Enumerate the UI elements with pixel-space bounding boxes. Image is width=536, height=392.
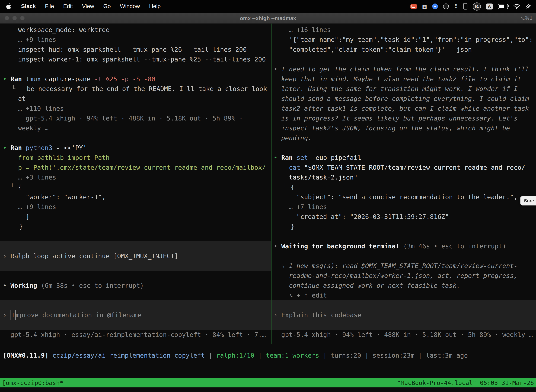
- omx-status-line: [OMX#0.11.9] cczip/essay/ai-reimplementa…: [0, 344, 536, 360]
- text-segment: •: [3, 75, 10, 83]
- terminal-line: • Ran python3 - <<'PY': [0, 143, 271, 153]
- terminal-line: └ {: [0, 182, 271, 192]
- device-icon[interactable]: [463, 3, 467, 9]
- window-shortcut: ⌥⌘1: [519, 15, 532, 21]
- menu-items: FileEditViewGoWindowHelp: [40, 3, 165, 9]
- tmux-pane-left[interactable]: workspace_mode: worktree… +9 linesinspec…: [0, 23, 271, 344]
- terminal-line: • Ran tmux capture-pane -t %25 -p -S -80: [0, 74, 271, 84]
- terminal-line: ⌥ + ↑ edit: [272, 290, 536, 300]
- apple-logo-icon: [6, 3, 12, 9]
- text-segment: later. Using the same for transition mig…: [281, 85, 517, 92]
- text-segment: [48, 352, 53, 359]
- text-segment: Ran: [281, 154, 297, 161]
- text-segment: [OMX#0.11.9]: [3, 352, 48, 359]
- text-segment: tmux: [26, 75, 45, 83]
- text-segment: … +110 lines: [18, 105, 64, 112]
- menu-item-edit[interactable]: Edit: [58, 3, 77, 9]
- text-segment: Waiting for background terminal: [281, 242, 403, 250]
- screen-recording-icon[interactable]: [411, 4, 417, 9]
- text-segment: •: [3, 144, 10, 151]
- text-segment: •: [3, 282, 10, 289]
- text-segment: … +9 lines: [18, 203, 56, 210]
- terminal-footer: [OMX#0.11.9] cczip/essay/ai-reimplementa…: [0, 344, 536, 392]
- terminal-line: from pathlib import Path: [0, 153, 271, 163]
- terminal-highlight-row: › Improve documentation in @filename: [0, 300, 271, 330]
- terminal-line: "created_at": "2026-03-31T11:59:27.816Z": [272, 212, 536, 222]
- text-segment: p = Path('.omx/state/team/review-current…: [18, 164, 266, 171]
- terminal-line: ↳ 1 new msg(s): read $OMX_TEAM_STATE_ROO…: [272, 261, 536, 271]
- terminal-line: • Working (6m 38s • esc to interrupt): [0, 281, 271, 290]
- apps-grid-icon[interactable]: ⠿: [454, 3, 458, 9]
- text-segment: cat: [289, 164, 304, 171]
- text-segment: •: [274, 65, 281, 73]
- tmux-session-label: [omx-cczip0:bash*: [0, 379, 63, 386]
- terminal-line: "worker": "worker-1",: [0, 192, 271, 202]
- text-segment: |: [319, 352, 330, 359]
- text-segment: gpt-5.4 xhigh · essay/ai-reimplementatio…: [10, 331, 266, 338]
- text-segment: readme-and-reco/mailbox/worker-1.json, a…: [289, 272, 517, 279]
- screen-overlay-tooltip[interactable]: Scre: [520, 196, 536, 205]
- text-segment: cczip/essay/ai-reimplementation-copyleft: [53, 352, 205, 359]
- terminal-line: workspace_mode: worktree: [0, 25, 271, 35]
- text-segment: {: [291, 183, 295, 191]
- terminal-line: }: [0, 222, 271, 232]
- input-source-icon[interactable]: A: [486, 3, 493, 9]
- text-segment: |: [205, 352, 216, 359]
- battery-percent-badge[interactable]: 61: [473, 2, 481, 10]
- tmux-host-clock: "MacBook-Pro-44.local" 05:03 31-Mar-26: [397, 379, 536, 386]
- dark-app-icon[interactable]: [443, 4, 449, 9]
- text-segment: Ran: [10, 144, 26, 151]
- text-segment: set: [297, 154, 312, 161]
- text-segment: … +9 lines: [18, 36, 56, 43]
- text-segment: I: [10, 310, 16, 320]
- blue-app-icon[interactable]: [432, 4, 438, 9]
- grid-icon[interactable]: ▦: [422, 3, 427, 9]
- text-segment: continue assigned work or next feasible …: [289, 282, 460, 289]
- text-segment: mprove documentation in @filename: [16, 310, 141, 320]
- text-segment: should send a message before completing …: [281, 95, 529, 102]
- text-segment: at: [18, 95, 26, 102]
- text-segment: gpt-5.4 xhigh · 94% left · 488K in · 5.1…: [26, 115, 243, 122]
- tmux-pane-right[interactable]: … +16 lines'{"team_name":"my-team","task…: [272, 23, 536, 344]
- text-segment: ›: [3, 310, 10, 320]
- terminal-line: … +7 lines: [272, 202, 536, 212]
- menu-app-name[interactable]: Slack: [17, 3, 40, 9]
- terminal-line: [0, 133, 271, 143]
- text-segment: "created_at": "2026-03-31T11:59:27.816Z": [297, 213, 449, 220]
- terminal-line: inspect_worker-1: omx sparkshell --tmux-…: [0, 54, 271, 64]
- window-titlebar[interactable]: omx --xhigh --madmax ⌥⌘1: [0, 13, 536, 23]
- text-segment: … +3 lines: [18, 173, 56, 181]
- terminal-line: [0, 232, 271, 241]
- menu-item-window[interactable]: Window: [115, 3, 144, 9]
- text-segment: ralph:1/10: [216, 352, 254, 359]
- menu-item-go[interactable]: Go: [99, 3, 115, 9]
- battery-icon[interactable]: [498, 4, 508, 9]
- tmux-status-bar: [omx-cczip0:bash* "MacBook-Pro-44.local"…: [0, 378, 536, 387]
- text-segment: '{"team_name":"my-team","task_id":"1","f…: [289, 36, 533, 43]
- terminal-line: inspect_hud: omx sparkshell --tmux-pane …: [0, 45, 271, 54]
- terminal-line: • Waiting for background terminal (3m 46…: [272, 241, 536, 251]
- menu-item-help[interactable]: Help: [144, 3, 165, 9]
- text-segment: workspace_mode: worktree: [18, 26, 110, 33]
- terminal-line: task2 after task1 is complete, but can I…: [272, 104, 536, 113]
- terminal-line: … +9 lines: [0, 202, 271, 212]
- terminal-line: is in progress? It seems likely but perh…: [272, 113, 536, 123]
- terminal-line: pending.: [272, 133, 536, 143]
- screen-recording-glyph: [412, 5, 416, 8]
- wifi-icon[interactable]: [513, 4, 520, 9]
- menu-item-file[interactable]: File: [40, 3, 59, 9]
- signal-icon[interactable]: [526, 4, 531, 9]
- text-segment: - <<'PY': [56, 144, 87, 151]
- terminal-highlight-row: › Ralph loop active continue [OMX_TMUX_I…: [0, 241, 271, 271]
- text-segment: from pathlib import Path: [18, 154, 110, 161]
- text-segment: "completed","claim_token":"claim-token"}…: [289, 46, 472, 53]
- text-segment: -t %25 -p -S -80: [94, 75, 155, 83]
- text-segment: 1 new msg(s): read $OMX_TEAM_STATE_ROOT/…: [289, 262, 517, 269]
- menu-item-view[interactable]: View: [77, 3, 99, 9]
- text-segment: |: [415, 352, 426, 359]
- text-segment: ›: [274, 310, 281, 320]
- terminal-line: … +16 lines: [272, 25, 536, 35]
- text-segment: (3m 46s • esc to interrupt): [403, 242, 506, 250]
- apple-menu[interactable]: [0, 3, 17, 9]
- text-segment: inspect_hud: omx sparkshell --tmux-pane …: [18, 46, 247, 53]
